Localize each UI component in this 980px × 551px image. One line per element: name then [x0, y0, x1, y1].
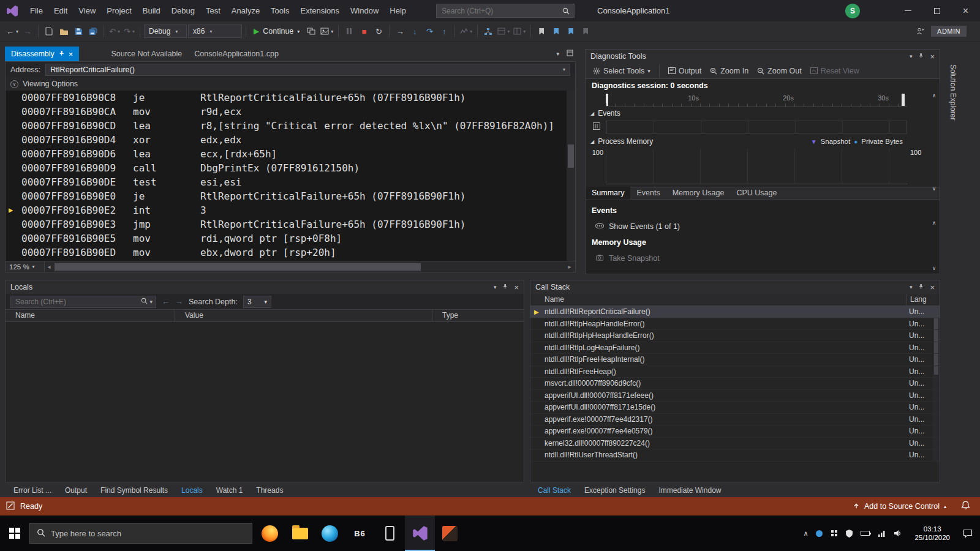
- diagnostics-tab[interactable]: Events: [630, 187, 666, 200]
- close-button[interactable]: ×: [951, 0, 980, 21]
- stack-frame-row[interactable]: ▶ appverifUI.dll!00007ff8171efeee() Un..…: [530, 390, 940, 402]
- disassembly-line[interactable]: ▶ 00007FF8916B90ED mov ebx,dword ptr [rs…: [6, 246, 575, 260]
- breakpoint-gutter[interactable]: ▶: [6, 175, 21, 189]
- diagnostics-scrollbar[interactable]: ∧ ∨: [930, 92, 938, 192]
- search-forward-button[interactable]: →: [175, 297, 183, 306]
- previous-bookmark-button[interactable]: [549, 24, 563, 39]
- start-button[interactable]: [0, 515, 29, 551]
- save-button[interactable]: [72, 24, 85, 39]
- document-tab[interactable]: Source Not Available ×: [105, 47, 188, 61]
- menu-item[interactable]: Test: [200, 0, 226, 21]
- tray-volume-icon[interactable]: [894, 530, 902, 537]
- menu-item[interactable]: Build: [137, 0, 166, 21]
- step-out-button[interactable]: ↑: [437, 24, 451, 39]
- stack-frame-row[interactable]: ▶ ntdll.dll!RtlUserThreadStart() Un...: [530, 449, 940, 462]
- taskbar-b6-app-icon[interactable]: B6: [345, 515, 375, 551]
- add-to-source-control-button[interactable]: Add to Source Control ▴: [853, 502, 946, 511]
- events-section-header[interactable]: ◢ Events: [586, 107, 940, 119]
- taskbar-firefox-icon[interactable]: [255, 515, 285, 551]
- document-tab[interactable]: Disassembly ×: [5, 47, 79, 61]
- stop-debugging-button[interactable]: ■: [357, 24, 371, 39]
- breakpoint-gutter[interactable]: ▶: [6, 147, 21, 161]
- taskbar-clock[interactable]: 03:13 25/10/2020: [914, 525, 950, 542]
- pin-icon[interactable]: [918, 52, 924, 61]
- tool-window-tab[interactable]: Call Stack: [532, 484, 577, 497]
- breakpoint-gutter[interactable]: ▶: [6, 217, 21, 231]
- tool-window-tab[interactable]: Watch 1: [210, 484, 249, 497]
- menu-item[interactable]: Window: [345, 0, 384, 21]
- column-header[interactable]: Name: [6, 310, 175, 321]
- process-memory-graph[interactable]: [606, 149, 907, 184]
- summary-scrollbar[interactable]: ∧ ∨: [930, 220, 938, 271]
- diagnostics-tab[interactable]: CPU Usage: [730, 187, 783, 200]
- diagnostics-hub-button[interactable]: ▾: [459, 24, 473, 39]
- scroll-left-icon[interactable]: ◂: [45, 263, 53, 270]
- solution-explorer-side-tab[interactable]: Solution Explorer: [944, 53, 957, 132]
- lang-column-header[interactable]: Lang: [906, 294, 940, 305]
- tool-window-tab[interactable]: Immediate Window: [652, 484, 727, 497]
- disassembly-line[interactable]: ▶ 00007FF8916B90DE test esi,esi: [6, 175, 575, 189]
- diagnostic-tools-header[interactable]: Diagnostic Tools ▾ ×: [586, 50, 940, 63]
- next-bookmark-button[interactable]: [564, 24, 578, 39]
- breakpoint-gutter[interactable]: ▶: [6, 91, 21, 105]
- scroll-down-icon[interactable]: ∨: [932, 186, 937, 192]
- search-depth-combo[interactable]: 3 ▾: [243, 296, 271, 308]
- call-stack-header[interactable]: Call Stack ▾ ×: [530, 280, 940, 294]
- chevron-down-icon[interactable]: ▾: [149, 299, 153, 305]
- vertical-scrollbar[interactable]: [567, 91, 575, 261]
- send-feedback-button[interactable]: [914, 24, 927, 39]
- tray-grid-icon[interactable]: [831, 530, 838, 537]
- tool-window-tab[interactable]: Output: [59, 484, 93, 497]
- scroll-up-icon[interactable]: ∧: [932, 220, 937, 226]
- break-all-button[interactable]: [342, 24, 356, 39]
- undo-button[interactable]: ↶▾: [108, 24, 121, 39]
- breakpoint-gutter[interactable]: ▶: [6, 246, 21, 260]
- disassembly-line[interactable]: ▶ 00007FF8916B90CA mov r9d,ecx: [6, 105, 575, 119]
- tray-battery-icon[interactable]: [861, 531, 870, 536]
- search-back-button[interactable]: ←: [162, 297, 170, 306]
- locals-header[interactable]: Locals ▾ ×: [6, 280, 524, 294]
- solution-platform-combo[interactable]: x86▾: [188, 24, 242, 38]
- tray-app-icon[interactable]: [816, 530, 823, 537]
- close-icon[interactable]: ×: [514, 283, 519, 292]
- locals-grid-body[interactable]: [6, 322, 524, 482]
- tab-list-dropdown-icon[interactable]: ▾: [556, 51, 559, 57]
- tool-window-tab[interactable]: Locals: [175, 484, 209, 497]
- column-header[interactable]: Value: [175, 310, 432, 321]
- breakpoint-gutter[interactable]: ▶: [6, 119, 21, 133]
- window-position-icon[interactable]: ▾: [494, 284, 497, 290]
- diagnostics-tab[interactable]: Summary: [586, 187, 630, 200]
- close-icon[interactable]: ×: [930, 52, 935, 61]
- tool-window-tab[interactable]: Find Symbol Results: [94, 484, 174, 497]
- tray-chevron-up-icon[interactable]: ∧: [803, 530, 808, 538]
- show-next-statement-button[interactable]: →: [393, 24, 407, 39]
- scroll-down-icon[interactable]: ∨: [932, 265, 937, 271]
- step-over-button[interactable]: ↷: [423, 24, 436, 39]
- diagnostics-output-button[interactable]: Output: [666, 67, 704, 75]
- scrollbar-thumb[interactable]: [568, 144, 574, 168]
- tool-window-tab[interactable]: Error List ...: [7, 484, 58, 497]
- menu-item[interactable]: Help: [384, 0, 412, 21]
- taskbar-search-box[interactable]: Type here to search: [29, 523, 252, 544]
- taskbar-app-icon-7[interactable]: [435, 515, 465, 551]
- process-memory-section-header[interactable]: ◢ Process Memory ▼ Snapshot ● Private By…: [586, 135, 940, 148]
- quick-search-input[interactable]: [437, 7, 562, 15]
- breakpoint-gutter[interactable]: ▶: [6, 161, 21, 175]
- window-position-icon[interactable]: ▾: [910, 284, 913, 290]
- solution-configuration-combo[interactable]: Debug▾: [144, 24, 187, 38]
- stack-frame-row[interactable]: ▶ ntdll.dll!RtlReportCriticalFailure() U…: [530, 306, 940, 318]
- scroll-up-icon[interactable]: ∧: [932, 92, 937, 99]
- tray-network-icon[interactable]: [878, 530, 886, 537]
- breakpoint-gutter[interactable]: ▶: [6, 231, 21, 246]
- scroll-right-icon[interactable]: ▸: [565, 263, 574, 270]
- disassembly-line[interactable]: ▶ 00007FF8916B90D4 xor edx,edx: [6, 133, 575, 147]
- step-into-button[interactable]: ↓: [408, 24, 421, 39]
- viewing-options-bar[interactable]: ∨ Viewing Options: [5, 77, 576, 91]
- breakpoint-gutter[interactable]: ▶: [6, 189, 21, 203]
- events-timeline-track[interactable]: [606, 121, 907, 133]
- navigate-forward-button[interactable]: →: [21, 24, 34, 39]
- horizontal-scrollbar[interactable]: ◂ ▸: [45, 261, 575, 272]
- menu-item[interactable]: Edit: [48, 0, 73, 21]
- select-tools-button[interactable]: Select Tools ▾: [590, 67, 653, 75]
- maximize-button[interactable]: [922, 0, 951, 21]
